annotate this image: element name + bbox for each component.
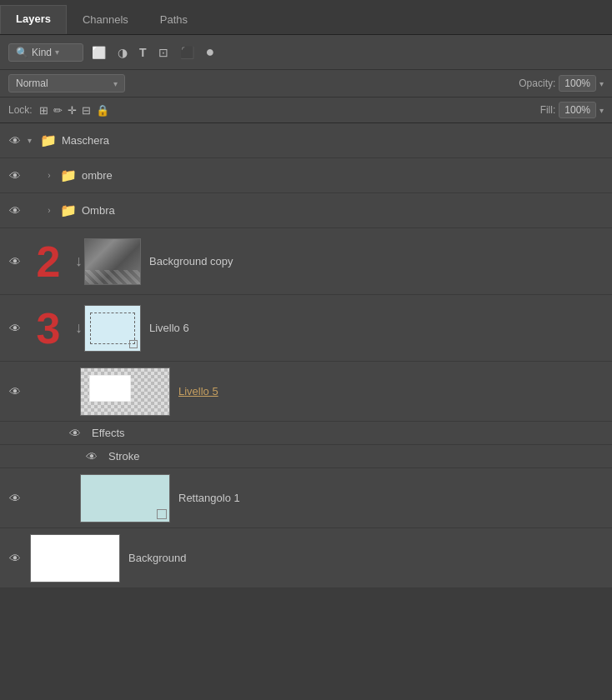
layer-number: 2 xyxy=(23,237,73,287)
folder-icon: 📁 xyxy=(60,168,77,183)
fill-value[interactable]: 100% xyxy=(559,102,596,118)
tab-channels[interactable]: Channels xyxy=(67,6,144,34)
lock-artboard-icon[interactable]: ⊟ xyxy=(82,104,91,117)
layer-thumbnail xyxy=(84,305,141,352)
circle-fill-icon[interactable]: ● xyxy=(203,42,218,62)
visibility-icon[interactable]: 👁 xyxy=(7,169,23,182)
layer-row[interactable]: 👁 2 ↓ Background copy xyxy=(0,228,612,295)
layer-name: Livello 6 xyxy=(149,322,189,334)
circle-filter-icon[interactable]: ◑ xyxy=(114,44,131,61)
layer-name: Ombra xyxy=(82,204,115,217)
kind-chevron-icon: ▾ xyxy=(55,48,59,57)
visibility-icon[interactable]: 👁 xyxy=(7,552,23,565)
lock-move-icon[interactable]: ✛ xyxy=(68,104,77,117)
fill-label: Fill: xyxy=(540,104,556,116)
fill-chevron-icon: ▾ xyxy=(599,106,604,115)
folder-icon: 📁 xyxy=(40,132,57,148)
stroke-row: 👁 Stroke xyxy=(0,445,612,468)
lock-paint-icon[interactable]: ✏ xyxy=(53,104,63,117)
lock-all-icon[interactable]: 🔒 xyxy=(96,104,109,117)
layers-list: 👁 ▾ 📁 Maschera 👁 › 📁 ombre 👁 › 📁 Ombra 👁… xyxy=(0,123,612,588)
folder-icon: 📁 xyxy=(60,202,77,218)
layer-row[interactable]: 👁 Rettangolo 1 xyxy=(0,468,612,528)
layer-name: Livello 5 xyxy=(178,385,218,398)
opacity-chevron-icon: ▾ xyxy=(599,79,604,88)
visibility-icon[interactable]: 👁 xyxy=(7,492,23,505)
layer-row[interactable]: 👁 Background xyxy=(0,528,612,588)
visibility-icon[interactable]: 👁 xyxy=(7,385,23,398)
layer-name: ombre xyxy=(82,169,113,182)
visibility-icon[interactable]: 👁 xyxy=(7,134,23,148)
effects-label: Effects xyxy=(92,427,125,439)
expand-icon[interactable]: › xyxy=(43,206,55,215)
text-filter-icon[interactable]: T xyxy=(136,44,150,61)
visibility-icon[interactable]: 👁 xyxy=(7,204,23,218)
lock-label: Lock: xyxy=(8,104,33,116)
tab-layers[interactable]: Layers xyxy=(0,5,67,34)
transform-handle xyxy=(129,340,138,348)
effects-row: 👁 Effects xyxy=(0,422,612,445)
stroke-label: Stroke xyxy=(108,450,140,462)
layer-row[interactable]: 👁 Livello 5 xyxy=(0,362,612,422)
blend-chevron-icon: ▾ xyxy=(113,79,118,88)
tab-paths[interactable]: Paths xyxy=(144,6,203,34)
layer-row[interactable]: 👁 ▾ 📁 Maschera xyxy=(0,123,612,158)
clip-arrow-icon: ↓ xyxy=(75,252,83,270)
visibility-icon[interactable]: 👁 xyxy=(7,322,23,335)
layer-row[interactable]: 👁 3 ↓ Livello 6 xyxy=(0,295,612,362)
lock-icons: ⊞ ✏ ✛ ⊟ 🔒 xyxy=(39,104,109,117)
tab-bar: Layers Channels Paths xyxy=(0,0,612,35)
layer-row[interactable]: 👁 › 📁 Ombra xyxy=(0,193,612,228)
layer-number: 3 xyxy=(23,303,73,353)
expand-icon[interactable]: › xyxy=(43,171,55,180)
image-filter-icon[interactable]: ⬜ xyxy=(88,44,109,61)
kind-dropdown[interactable]: 🔍 Kind ▾ xyxy=(8,43,83,62)
clip-arrow-icon: ↓ xyxy=(75,319,83,337)
selection-rect xyxy=(90,312,135,344)
blend-mode-select[interactable]: Normal ▾ xyxy=(8,74,125,92)
layer-name: Background copy xyxy=(149,255,233,268)
thumbnail-content xyxy=(85,239,140,284)
layer-name: Background xyxy=(128,552,186,564)
fill-group: Fill: 100% ▾ xyxy=(540,102,604,118)
opacity-group: Opacity: 100% ▾ xyxy=(519,75,604,92)
layer-thumbnail xyxy=(84,238,141,285)
layer-name: Rettangolo 1 xyxy=(178,492,240,504)
stroke-visibility-icon[interactable]: 👁 xyxy=(83,450,100,463)
layer-thumbnail xyxy=(80,368,170,416)
expand-icon[interactable]: ▾ xyxy=(23,136,35,145)
lock-pixels-icon[interactable]: ⊞ xyxy=(39,104,48,117)
transform-filter-icon[interactable]: ⊡ xyxy=(155,44,172,61)
layer-row[interactable]: 👁 › 📁 ombre xyxy=(0,158,612,193)
toolbar-row: 🔍 Kind ▾ ⬜ ◑ T ⊡ ⬛ ● xyxy=(0,35,612,70)
opacity-label: Opacity: xyxy=(519,78,555,89)
layer-name: Maschera xyxy=(62,134,109,147)
layer-thumbnail xyxy=(30,534,120,582)
lock-row: Lock: ⊞ ✏ ✛ ⊟ 🔒 Fill: 100% ▾ xyxy=(0,98,612,123)
opacity-value[interactable]: 100% xyxy=(559,75,596,92)
visibility-icon[interactable]: 👁 xyxy=(7,255,23,268)
smart-filter-icon[interactable]: ⬛ xyxy=(177,44,198,61)
blend-row: Normal ▾ Opacity: 100% ▾ xyxy=(0,70,612,98)
effects-visibility-icon[interactable]: 👁 xyxy=(67,427,83,440)
layer-thumbnail xyxy=(80,474,170,522)
